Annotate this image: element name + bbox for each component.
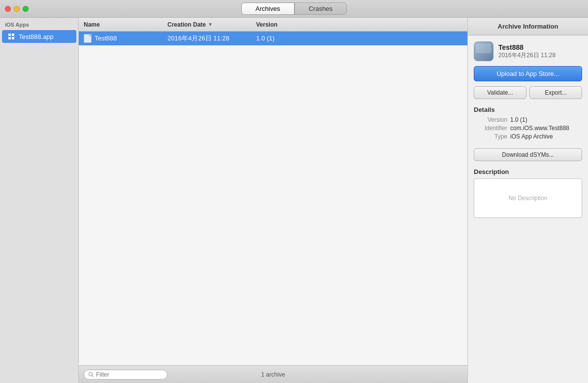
download-dsyms-button[interactable]: Download dSYMs...	[474, 148, 582, 161]
cell-creation-date: 2016年4月26日 11:28	[167, 34, 256, 43]
sort-arrow-icon: ▼	[208, 22, 213, 27]
description-title: Description	[474, 168, 582, 175]
column-header-name: Name	[84, 21, 167, 28]
export-button[interactable]: Export...	[529, 86, 582, 99]
sidebar-item-test888[interactable]: Test888.app	[2, 30, 76, 43]
app-date-large: 2016年4月26日 11:28	[498, 51, 555, 60]
svg-rect-2	[8, 37, 11, 39]
detail-version-value: 1.0 (1)	[510, 116, 527, 123]
table-body: Test888 2016年4月26日 11:28 1.0 (1)	[79, 32, 467, 365]
upload-to-app-store-button[interactable]: Upload to App Store...	[474, 66, 582, 81]
search-icon	[88, 372, 94, 378]
detail-row-identifier: Identifier com.iOS.www.Test888	[474, 125, 582, 132]
minimize-button[interactable]	[14, 6, 20, 12]
table-header: Name Creation Date ▼ Version	[79, 18, 467, 32]
grid-icon	[7, 32, 16, 41]
detail-identifier-value: com.iOS.www.Test888	[510, 125, 569, 132]
app-info-row: Test888 2016年4月26日 11:28	[474, 41, 582, 61]
tab-archives[interactable]: Archives	[241, 2, 294, 15]
right-panel-content: Test888 2016年4月26日 11:28 Upload to App S…	[468, 35, 588, 383]
traffic-lights	[5, 6, 29, 12]
detail-version-label: Version	[474, 116, 507, 123]
bottom-bar: 1 archive	[79, 365, 467, 383]
filter-text-input[interactable]	[96, 371, 160, 378]
sidebar-item-label: Test888.app	[19, 33, 54, 40]
details-section: Details Version 1.0 (1) Identifier com.i…	[474, 106, 582, 141]
app-name-block: Test888 2016年4月26日 11:28	[498, 43, 555, 60]
svg-rect-0	[8, 34, 11, 36]
detail-type-value: iOS App Archive	[510, 133, 553, 140]
description-box: No Description	[474, 178, 582, 218]
right-panel: Archive Information Test888 2016年4月26日 1…	[467, 18, 588, 383]
description-section: Description No Description	[474, 168, 582, 218]
validate-button[interactable]: Validate...	[474, 86, 526, 99]
svg-line-5	[92, 375, 94, 377]
sidebar: iOS Apps Test888.app	[0, 18, 79, 383]
cell-name: Test888	[84, 34, 167, 43]
tab-crashes[interactable]: Crashes	[294, 2, 347, 15]
cell-version: 1.0 (1)	[256, 35, 275, 42]
column-header-creation-date[interactable]: Creation Date ▼	[167, 21, 256, 28]
detail-type-label: Type	[474, 133, 507, 140]
filter-input-container[interactable]	[84, 370, 167, 380]
sidebar-section-header: iOS Apps	[0, 18, 78, 30]
svg-rect-1	[12, 34, 14, 36]
description-placeholder: No Description	[509, 195, 548, 202]
file-icon	[84, 34, 92, 43]
details-title: Details	[474, 106, 582, 113]
detail-row-version: Version 1.0 (1)	[474, 116, 582, 123]
close-button[interactable]	[5, 6, 11, 12]
right-panel-header: Archive Information	[468, 18, 588, 35]
app-icon-large	[474, 41, 493, 61]
detail-identifier-label: Identifier	[474, 125, 507, 132]
column-header-version: Version	[256, 21, 277, 28]
main-layout: iOS Apps Test888.app Name Creation Date …	[0, 18, 588, 383]
table-row[interactable]: Test888 2016年4月26日 11:28 1.0 (1)	[79, 32, 467, 45]
svg-rect-3	[12, 37, 14, 39]
svg-point-4	[89, 372, 93, 376]
maximize-button[interactable]	[23, 6, 29, 12]
detail-row-type: Type iOS App Archive	[474, 133, 582, 140]
tab-group: Archives Crashes	[241, 2, 347, 15]
action-buttons: Validate... Export...	[474, 86, 582, 99]
app-name-large: Test888	[498, 43, 555, 51]
archive-count: 1 archive	[261, 371, 285, 378]
titlebar: Archives Crashes	[0, 0, 588, 18]
content-area: Name Creation Date ▼ Version Test888 201…	[79, 18, 467, 383]
